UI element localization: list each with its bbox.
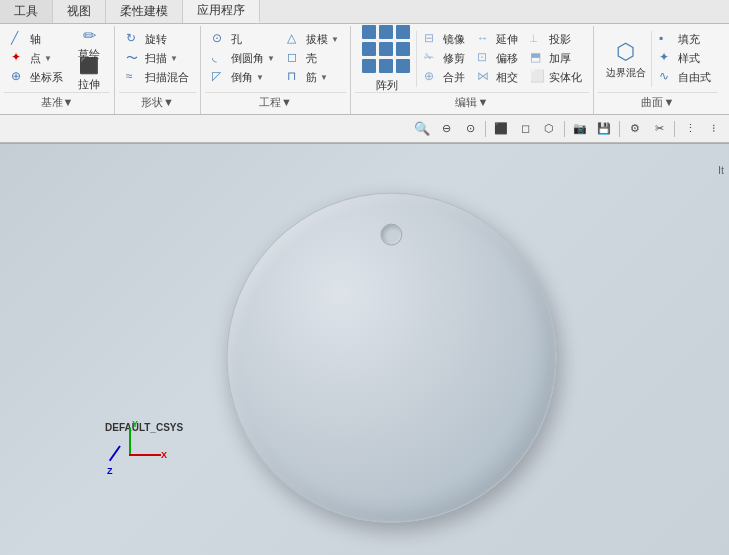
btn-shell[interactable]: ◻ 壳 — [282, 49, 344, 67]
wireframe-btn[interactable]: ◻ — [514, 118, 536, 140]
group-base-label: 基准▼ — [4, 92, 110, 112]
freeform-icon: ∿ — [659, 69, 675, 85]
btn-solidify[interactable]: ⬜ 实体化 — [525, 68, 587, 86]
point-icon: ✦ — [11, 50, 27, 66]
mirror-icon: ⊟ — [424, 31, 440, 47]
tab-view[interactable]: 视图 — [53, 0, 106, 23]
y-axis — [129, 428, 131, 456]
group-engineering-label: 工程▼ — [205, 92, 346, 112]
save-view-btn[interactable]: 💾 — [593, 118, 615, 140]
intersect-icon: ⋈ — [477, 69, 493, 85]
sep1 — [485, 121, 486, 137]
group-shape-label: 形状▼ — [119, 92, 196, 112]
btn-hole[interactable]: ⊙ 孔 — [207, 30, 280, 48]
rotate-icon: ↻ — [126, 31, 142, 47]
btn-round[interactable]: ◟ 倒圆角 ▼ — [207, 49, 280, 67]
sweep-mix-icon: ≈ — [126, 69, 142, 85]
btn-style[interactable]: ✦ 样式 — [654, 49, 716, 67]
btn-freeform[interactable]: ∿ 自由式 — [654, 68, 716, 86]
more-btn[interactable]: ⋮ — [679, 118, 701, 140]
rib-icon: ⊓ — [287, 69, 303, 85]
extra-btn[interactable]: ⁝ — [703, 118, 725, 140]
tab-flexible-modeling[interactable]: 柔性建模 — [106, 0, 183, 23]
settings-btn[interactable]: ⚙ — [624, 118, 646, 140]
btn-mirror[interactable]: ⊟ 镜像 — [419, 30, 470, 48]
extrude-icon: ⬛ — [77, 56, 101, 75]
view-toolbar: 🔍 ⊖ ⊙ ⬛ ◻ ⬡ 📷 💾 ⚙ ✂ ⋮ ⁝ — [0, 115, 729, 143]
zoom-in-btn[interactable]: 🔍 — [411, 118, 433, 140]
btn-sketch[interactable]: ✏ 草绘 — [70, 30, 108, 58]
fill-icon: ▪ — [659, 31, 675, 47]
disc-hole — [380, 223, 402, 245]
group-engineering: ⊙ 孔 ◟ 倒圆角 ▼ ◸ 倒角 ▼ △ — [201, 26, 351, 114]
draft-icon: △ — [287, 31, 303, 47]
btn-merge[interactable]: ⊕ 合并 — [419, 68, 470, 86]
btn-extrude[interactable]: ⬛ 拉伸 — [70, 60, 108, 88]
array-icon — [362, 25, 412, 75]
merge-icon: ⊕ — [424, 69, 440, 85]
btn-fill[interactable]: ▪ 填充 — [654, 30, 716, 48]
hole-icon: ⊙ — [212, 31, 228, 47]
solidify-icon: ⬜ — [530, 69, 546, 85]
coord-axes: Y X Z — [105, 422, 165, 472]
zoom-out-btn[interactable]: ⊖ — [435, 118, 457, 140]
z-axis — [109, 445, 121, 461]
btn-intersect[interactable]: ⋈ 相交 — [472, 68, 523, 86]
btn-draft[interactable]: △ 拔模 ▼ — [282, 30, 344, 48]
disc-body — [226, 192, 556, 522]
camera-btn[interactable]: 📷 — [569, 118, 591, 140]
tab-row: 工具 视图 柔性建模 应用程序 — [0, 0, 729, 24]
coordinate-system: DEFAULT_CSYS Y X Z — [105, 422, 165, 472]
btn-chamfer[interactable]: ◸ 倒角 ▼ — [207, 68, 280, 86]
group-edit: 阵列 ⊟ 镜像 ✁ 修剪 ⊕ 合并 — [351, 26, 594, 114]
thicken-icon: ⬒ — [530, 50, 546, 66]
tab-tools[interactable]: 工具 — [0, 0, 53, 23]
btn-coordinate[interactable]: ⊕ 坐标系 — [6, 68, 68, 86]
axis-icon: ╱ — [11, 31, 27, 47]
btn-array[interactable]: 阵列 — [357, 30, 417, 88]
x-axis — [129, 454, 161, 456]
group-base: ╱ 轴 ✦ 点 ▼ ⊕ 坐标系 ✏ 草绘 — [0, 26, 115, 114]
btn-thicken[interactable]: ⬒ 加厚 — [525, 49, 587, 67]
snip-btn[interactable]: ✂ — [648, 118, 670, 140]
offset-icon: ⊡ — [477, 50, 493, 66]
group-edit-label: 编辑▼ — [355, 92, 589, 112]
z-axis-label: Z — [107, 466, 113, 476]
sep2 — [564, 121, 565, 137]
sketch-icon: ✏ — [77, 26, 101, 45]
btn-point[interactable]: ✦ 点 ▼ — [6, 49, 68, 67]
group-surface-label: 曲面▼ — [598, 92, 718, 112]
x-axis-label: X — [161, 450, 167, 460]
btn-rotate[interactable]: ↻ 旋转 — [121, 30, 194, 48]
coordinate-icon: ⊕ — [11, 69, 27, 85]
3d-viewport[interactable]: It DEFAULT_CSYS Y X Z — [0, 144, 729, 555]
sep3 — [619, 121, 620, 137]
project-icon: ⟂ — [530, 31, 546, 47]
sweep-icon: 〜 — [126, 50, 142, 66]
btn-sweep-mix[interactable]: ≈ 扫描混合 — [121, 68, 194, 86]
btn-trim[interactable]: ✁ 修剪 — [419, 49, 470, 67]
chamfer-icon: ◸ — [212, 69, 228, 85]
tab-applications[interactable]: 应用程序 — [183, 0, 260, 23]
right-panel-label: It — [718, 164, 724, 176]
extend-icon: ↔ — [477, 31, 493, 47]
y-axis-label: Y — [132, 419, 138, 429]
btn-sweep[interactable]: 〜 扫描 ▼ — [121, 49, 194, 67]
btn-rib[interactable]: ⊓ 筋 ▼ — [282, 68, 344, 86]
btn-boundary-blend[interactable]: ⬡ 边界混合 — [600, 30, 652, 88]
round-icon: ◟ — [212, 50, 228, 66]
group-shape: ↻ 旋转 〜 扫描 ▼ ≈ 扫描混合 形状▼ — [115, 26, 201, 114]
view-mode-btn[interactable]: ⬛ — [490, 118, 512, 140]
zoom-fit-btn[interactable]: ⊙ — [459, 118, 481, 140]
group-surface: ⬡ 边界混合 ▪ 填充 ✦ 样式 ∿ 自由式 — [594, 26, 722, 114]
btn-axis[interactable]: ╱ 轴 — [6, 30, 68, 48]
shell-icon: ◻ — [287, 50, 303, 66]
style-icon: ✦ — [659, 50, 675, 66]
btn-extend[interactable]: ↔ 延伸 — [472, 30, 523, 48]
ribbon: ╱ 轴 ✦ 点 ▼ ⊕ 坐标系 ✏ 草绘 — [0, 24, 729, 115]
trim-icon: ✁ — [424, 50, 440, 66]
shaded-btn[interactable]: ⬡ — [538, 118, 560, 140]
btn-offset[interactable]: ⊡ 偏移 — [472, 49, 523, 67]
3d-model — [226, 192, 556, 522]
btn-project[interactable]: ⟂ 投影 — [525, 30, 587, 48]
